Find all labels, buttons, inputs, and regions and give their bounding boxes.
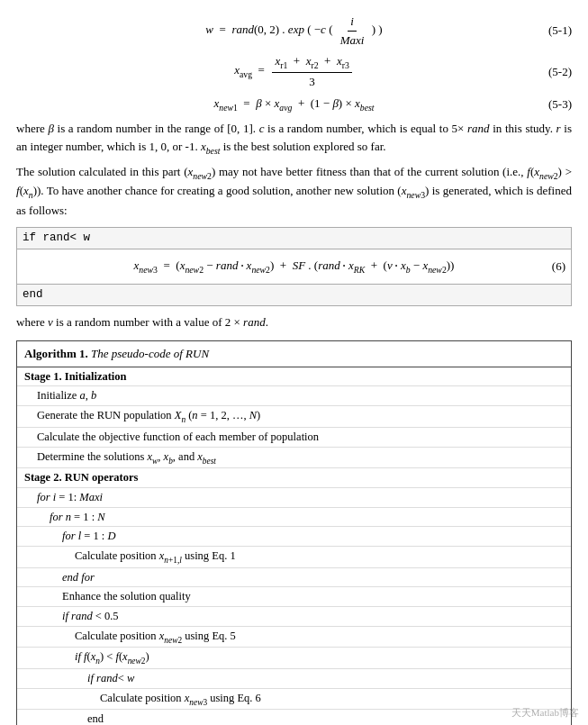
eq2-avg-sub: avg xyxy=(240,69,252,79)
algo-init-ab: Initialize a, b xyxy=(17,386,571,406)
algo-for-i: for i = 1: Maxi xyxy=(17,488,571,508)
eq1-content: w = rand(0, 2) . exp ( −c ( i Maxi ) ) xyxy=(16,13,572,49)
eq1-outer-paren-close: ) xyxy=(378,23,382,36)
algo-calc-pos-l: Calculate position xn+1,l using Eq. 1 xyxy=(17,547,571,568)
eq2-fraction: xr1 + xr2 + xr3 3 xyxy=(272,52,351,91)
algo-calc-obj: Calculate the objective function of each… xyxy=(17,428,571,448)
eq3-new1-sub: new1 xyxy=(219,102,238,112)
algorithm-box: Algorithm 1. The pseudo-code of RUN Stag… xyxy=(16,340,572,725)
equation-5-3: xnew1 = β × xavg + (1 − β) × xbest (5-3) xyxy=(16,95,572,114)
algo-if-rand-w: if rand< w xyxy=(17,669,571,689)
algo-enhance: Enhance the solution quality xyxy=(17,587,571,607)
algorithm-title: Algorithm 1. The pseudo-code of RUN xyxy=(17,341,571,367)
if-block: if rand< w xnew3 = (xnew2 − rand ⋅ xnew2… xyxy=(16,227,572,306)
where-v-para: where v is a random number with a value … xyxy=(16,313,572,331)
equation-5-1: w = rand(0, 2) . exp ( −c ( i Maxi ) ) (… xyxy=(16,13,572,49)
eq1-fraction: i Maxi xyxy=(338,13,367,49)
eq3-label: (5-3) xyxy=(548,95,572,113)
eq1-paren: ( xyxy=(307,23,311,36)
eq2-content: xavg = xr1 + xr2 + xr3 3 xyxy=(16,52,572,91)
if-condition: if rand< w xyxy=(23,231,90,244)
eq2-numerator: xr1 + xr2 + xr3 xyxy=(272,52,351,73)
algo-calc-xnew3: Calculate position xnew3 using Eq. 6 xyxy=(17,689,571,711)
watermark: 天天Matlab博客 xyxy=(511,705,579,720)
eq6-content: xnew3 = (xnew2 − rand ⋅ xnew2) + SF . (r… xyxy=(23,257,565,276)
eq1-numerator: i xyxy=(348,13,357,32)
algo-if-rand: if rand < 0.5 xyxy=(17,607,571,627)
end-label: end xyxy=(23,288,43,301)
algo-stage2: Stage 2. RUN operators xyxy=(17,468,571,488)
algo-determine: Determine the solutions xw, xb, and xbes… xyxy=(17,448,571,469)
paragraph-1: where β is a random number in the range … xyxy=(16,120,572,158)
eq1-label: (5-1) xyxy=(548,22,572,40)
algo-end1: end xyxy=(17,710,571,725)
eq6-label: (6) xyxy=(552,258,565,276)
eq1-denominator: Maxi xyxy=(338,32,367,50)
watermark-text: 天天Matlab博客 xyxy=(511,707,579,718)
paragraph-2: The solution calculated in this part (xn… xyxy=(16,163,572,221)
algorithm-title-text: The pseudo-code of RUN xyxy=(91,347,209,360)
if-header: if rand< w xyxy=(17,228,571,249)
algo-calc-xnew2: Calculate position xnew2 using Eq. 5 xyxy=(17,627,571,648)
if-body: xnew3 = (xnew2 − rand ⋅ xnew2) + SF . (r… xyxy=(17,249,571,284)
eq1-exp: exp xyxy=(288,23,304,36)
algo-if-f: if f(xn) < f(xnew2) xyxy=(17,648,571,669)
eq3-content: xnew1 = β × xavg + (1 − β) × xbest xyxy=(16,95,572,114)
algo-gen-pop: Generate the RUN population Xn (n = 1, 2… xyxy=(17,406,571,428)
eq1-rand: rand xyxy=(231,23,254,36)
eq2-denominator: 3 xyxy=(306,73,318,91)
algo-for-l: for l = 1 : D xyxy=(17,527,571,547)
eq2-label: (5-2) xyxy=(548,63,572,81)
equation-5-2: xavg = xr1 + xr2 + xr3 3 (5-2) xyxy=(16,52,572,91)
algo-end-for-l: end for xyxy=(17,568,571,588)
eq1-inner-paren-open: ( xyxy=(329,23,332,36)
eq6-row: xnew3 = (xnew2 − rand ⋅ xnew2) + SF . (r… xyxy=(23,257,565,276)
if-footer: end xyxy=(17,284,571,305)
algorithm-label: Algorithm 1. xyxy=(24,347,88,360)
algo-for-n: for n = 1 : N xyxy=(17,508,571,528)
eq1-dot: . xyxy=(282,23,285,36)
eq1-inner-paren-close: ) xyxy=(372,23,375,36)
algo-stage1: Stage 1. Initialization xyxy=(17,367,571,387)
eq1-w: w xyxy=(205,23,213,36)
